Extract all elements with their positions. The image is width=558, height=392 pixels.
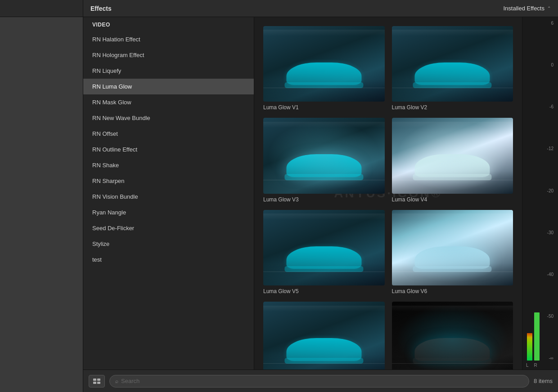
thumbnails-area[interactable]: ANYUS·ICON® Luma Glow V1Luma Glow V2Luma… bbox=[254, 17, 522, 370]
sidebar-item-shake[interactable]: RN Shake bbox=[83, 157, 254, 173]
svg-rect-3 bbox=[97, 382, 100, 384]
thumbnail-image-v4 bbox=[392, 118, 513, 193]
bottom-bar: ⌕ 8 items bbox=[83, 370, 558, 392]
vu-label: 6 bbox=[547, 21, 554, 26]
sidebar-item-outline[interactable]: RN Outline Effect bbox=[83, 142, 254, 157]
sidebar-item-liquefy[interactable]: RN Liquefy bbox=[83, 63, 254, 79]
sidebar-item-new-wave[interactable]: RN New Wave Bundle bbox=[83, 110, 254, 126]
vu-label: -30 bbox=[547, 230, 554, 235]
thumbnail-image-v1 bbox=[263, 26, 385, 102]
sidebar-item-vision[interactable]: RN Vision Bundle bbox=[83, 189, 254, 205]
svg-rect-0 bbox=[93, 379, 96, 381]
thumbnail-item-v7[interactable]: Luma Glow V7 bbox=[263, 302, 385, 370]
thumbnail-image-v5 bbox=[263, 210, 385, 285]
left-panel bbox=[0, 0, 83, 392]
thumbnail-image-v6 bbox=[392, 210, 513, 285]
thumbnail-item-v8[interactable]: Luma Glow V8 bbox=[392, 302, 513, 370]
vu-bar-right bbox=[534, 17, 540, 361]
effects-header: Effects Installed Effects ⌃ bbox=[83, 0, 558, 17]
sidebar-item-sharpen[interactable]: RN Sharpen bbox=[83, 173, 254, 189]
sidebar-item-hologram[interactable]: RN Hologram Effect bbox=[83, 47, 254, 63]
left-panel-top bbox=[0, 0, 83, 17]
sidebar-item-test[interactable]: test bbox=[83, 252, 254, 267]
sidebar-item-mask-glow[interactable]: RN Mask Glow bbox=[83, 94, 254, 110]
effects-panel: Effects Installed Effects ⌃ VIDEO RN Hal… bbox=[83, 0, 558, 392]
vu-bar-left bbox=[527, 17, 532, 361]
category-video: VIDEO bbox=[83, 17, 254, 31]
vu-label: -20 bbox=[547, 188, 554, 193]
thumbnail-item-v6[interactable]: Luma Glow V6 bbox=[392, 210, 513, 294]
vu-bar-r-active bbox=[534, 312, 540, 361]
sidebar-item-stylize[interactable]: Stylize bbox=[83, 236, 254, 252]
vu-r-label: R bbox=[534, 363, 537, 368]
thumbnail-item-v1[interactable]: Luma Glow V1 bbox=[263, 26, 385, 111]
search-input[interactable] bbox=[121, 378, 523, 384]
effects-list: VIDEO RN Halation EffectRN Hologram Effe… bbox=[83, 17, 254, 370]
effects-title: Effects bbox=[90, 5, 112, 12]
svg-rect-2 bbox=[93, 382, 96, 384]
vu-label: -6 bbox=[547, 104, 554, 109]
vu-label: -40 bbox=[547, 272, 554, 277]
grid-view-button[interactable] bbox=[89, 375, 105, 388]
vu-label: -∞ bbox=[547, 356, 554, 361]
sidebar-item-luma-glow[interactable]: RN Luma Glow bbox=[83, 79, 254, 94]
svg-rect-1 bbox=[97, 379, 100, 381]
thumbnail-label-v5: Luma Glow V5 bbox=[263, 288, 385, 294]
thumbnail-label-v2: Luma Glow V2 bbox=[392, 104, 513, 111]
vu-meter: 60-6-12-20-30-40-50-∞ L R bbox=[522, 17, 558, 370]
thumbnail-label-v4: Luma Glow V4 bbox=[392, 196, 513, 203]
items-count: 8 items bbox=[534, 378, 553, 384]
left-panel-body bbox=[0, 17, 83, 392]
vu-label: -12 bbox=[547, 146, 554, 151]
installed-effects-button[interactable]: Installed Effects ⌃ bbox=[503, 5, 551, 12]
vu-label: 0 bbox=[547, 62, 554, 67]
vu-lr: L R bbox=[526, 363, 537, 368]
chevron-icon: ⌃ bbox=[547, 6, 551, 11]
thumbnail-label-v3: Luma Glow V3 bbox=[263, 196, 385, 203]
thumbnail-image-v2 bbox=[392, 26, 513, 102]
thumbnail-item-v5[interactable]: Luma Glow V5 bbox=[263, 210, 385, 294]
vu-label: -50 bbox=[547, 314, 554, 319]
installed-effects-label: Installed Effects bbox=[503, 5, 544, 12]
search-icon: ⌕ bbox=[115, 378, 118, 384]
thumbnail-label-v6: Luma Glow V6 bbox=[392, 288, 513, 294]
thumbnail-image-v8 bbox=[392, 302, 513, 370]
thumbnails-grid: Luma Glow V1Luma Glow V2Luma Glow V3Luma… bbox=[263, 26, 513, 370]
grid-icon bbox=[93, 379, 100, 384]
thumbnail-item-v2[interactable]: Luma Glow V2 bbox=[392, 26, 513, 111]
sidebar-item-ryan-nangle[interactable]: Ryan Nangle bbox=[83, 205, 254, 220]
sidebar-item-offset[interactable]: RN Offset bbox=[83, 126, 254, 142]
search-container: ⌕ bbox=[109, 375, 529, 388]
thumbnail-item-v3[interactable]: Luma Glow V3 bbox=[263, 118, 385, 202]
vu-l-label: L bbox=[526, 363, 529, 368]
thumbnail-image-v7 bbox=[263, 302, 385, 370]
thumbnail-image-v3 bbox=[263, 118, 385, 193]
vu-bars bbox=[527, 17, 540, 370]
thumbnail-label-v1: Luma Glow V1 bbox=[263, 104, 385, 111]
content-area: VIDEO RN Halation EffectRN Hologram Effe… bbox=[83, 17, 558, 370]
sidebar-item-seed-deflicker[interactable]: Seed De-Flicker bbox=[83, 220, 254, 236]
sidebar-item-halation[interactable]: RN Halation Effect bbox=[83, 31, 254, 47]
vu-bar-l-active bbox=[527, 333, 532, 361]
thumbnail-item-v4[interactable]: Luma Glow V4 bbox=[392, 118, 513, 202]
vu-scale: 60-6-12-20-30-40-50-∞ bbox=[547, 17, 554, 370]
